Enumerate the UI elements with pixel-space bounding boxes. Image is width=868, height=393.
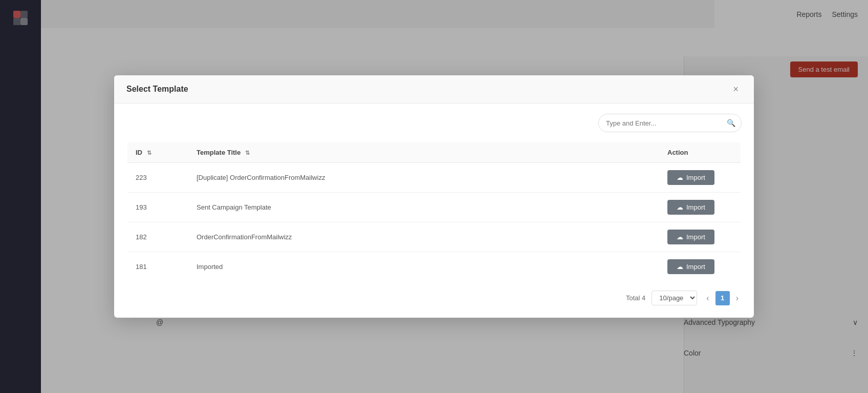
table-header-row: ID ⇅ Template Title ⇅ Action: [127, 142, 741, 163]
cell-id: 193: [127, 193, 188, 222]
modal-overlay: Select Template × 🔍 ID ⇅: [0, 0, 868, 393]
cell-title: Imported: [188, 252, 659, 282]
search-wrapper: 🔍: [598, 114, 742, 132]
col-title: Template Title ⇅: [188, 142, 659, 163]
import-label: Import: [686, 233, 705, 241]
import-label: Import: [686, 263, 705, 271]
import-button[interactable]: ☁ Import: [667, 170, 714, 185]
search-input[interactable]: [598, 114, 742, 132]
total-count: Total 4: [626, 294, 645, 302]
cell-id: 223: [127, 163, 188, 193]
col-action: Action: [659, 142, 741, 163]
modal-close-button[interactable]: ×: [730, 84, 742, 95]
table-row: 181 Imported ☁ Import: [127, 252, 741, 282]
cloud-upload-icon: ☁: [677, 233, 683, 241]
import-label: Import: [686, 174, 705, 181]
col-id: ID ⇅: [127, 142, 188, 163]
modal-body: 🔍 ID ⇅ Template Title ⇅: [114, 104, 754, 318]
prev-page-button[interactable]: ‹: [703, 293, 712, 304]
sort-id-icon: ⇅: [147, 150, 151, 156]
table-header: ID ⇅ Template Title ⇅ Action: [127, 142, 741, 163]
table-row: 182 OrderConfirmationFromMailwizz ☁ Impo…: [127, 222, 741, 252]
per-page-select[interactable]: 10/page20/page50/page: [652, 291, 697, 305]
cell-action: ☁ Import: [659, 222, 741, 252]
cell-title: OrderConfirmationFromMailwizz: [188, 222, 659, 252]
cell-id: 181: [127, 252, 188, 282]
cell-id: 182: [127, 222, 188, 252]
table-row: 223 [Duplicate] OrderConfirmationFromMai…: [127, 163, 741, 193]
modal-title: Select Template: [126, 85, 188, 94]
cell-action: ☁ Import: [659, 252, 741, 282]
import-button[interactable]: ☁ Import: [667, 200, 714, 215]
current-page: 1: [715, 291, 730, 305]
next-page-button[interactable]: ›: [733, 293, 742, 304]
pagination-nav: ‹ 1 ›: [703, 291, 742, 305]
cell-action: ☁ Import: [659, 163, 741, 193]
cell-title: [Duplicate] OrderConfirmationFromMailwiz…: [188, 163, 659, 193]
sort-title-icon: ⇅: [245, 150, 250, 156]
select-template-modal: Select Template × 🔍 ID ⇅: [114, 75, 754, 318]
import-button[interactable]: ☁ Import: [667, 259, 714, 274]
cloud-upload-icon: ☁: [677, 203, 683, 211]
table-row: 193 Sent Campaign Template ☁ Import: [127, 193, 741, 222]
cloud-upload-icon: ☁: [677, 263, 683, 271]
modal-header: Select Template ×: [114, 75, 754, 104]
search-container: 🔍: [126, 114, 742, 132]
import-button[interactable]: ☁ Import: [667, 230, 714, 244]
pagination-bar: Total 4 10/page20/page50/page ‹ 1 ›: [126, 282, 742, 307]
search-icon: 🔍: [727, 119, 735, 127]
cell-title: Sent Campaign Template: [188, 193, 659, 222]
table-body: 223 [Duplicate] OrderConfirmationFromMai…: [127, 163, 741, 282]
cell-action: ☁ Import: [659, 193, 741, 222]
cloud-upload-icon: ☁: [677, 174, 683, 181]
template-table: ID ⇅ Template Title ⇅ Action: [126, 141, 742, 282]
import-label: Import: [686, 203, 705, 211]
